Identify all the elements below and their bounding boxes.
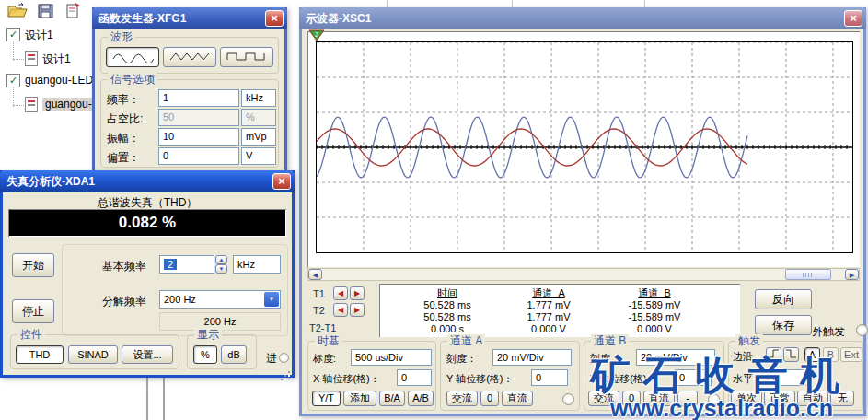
channel-a-zero-button[interactable]: 0 [480, 391, 499, 406]
app-toolbar-strip [0, 0, 868, 7]
scope-plot[interactable] [316, 41, 853, 253]
function-generator-titlebar[interactable]: 函数发生器-XFG1 × [92, 7, 287, 29]
cursor-dt-label: T2-T1 [309, 322, 336, 333]
channel-a-ac-button[interactable]: 交流 [446, 391, 478, 406]
duty-cycle-label: 占空比: [107, 111, 143, 127]
ab-button[interactable]: A/B [408, 391, 434, 406]
chevron-down-icon[interactable]: ▼ [264, 292, 279, 307]
frequency-field[interactable]: 1 [158, 89, 239, 107]
tree-item-guangou[interactable]: guangou-LEDi [25, 74, 96, 87]
sine-wave-button[interactable] [106, 47, 159, 67]
progress-indicator [279, 353, 289, 363]
open-folder-icon[interactable] [7, 3, 28, 19]
tree-item-design1[interactable]: 设计1 [25, 28, 53, 43]
square-wave-button[interactable] [220, 47, 273, 67]
save-icon[interactable] [37, 3, 55, 19]
t1-right-icon[interactable]: ▶ [350, 286, 365, 300]
fundamental-frequency-unit: kHz [233, 255, 281, 274]
amplitude-unit: mVp [241, 128, 276, 146]
design1-sheet-icon[interactable] [25, 51, 38, 66]
duty-cycle-field: 50 [158, 109, 239, 126]
oscilloscope-titlebar[interactable]: 示波器-XSC1 × [299, 7, 866, 29]
sinad-button[interactable]: SINAD [68, 345, 118, 364]
design1-checkbox-icon[interactable]: ✓ [6, 28, 20, 41]
measurement-table: 时间 通道_A 通道_B 50.528 ms 1.777 mV -15.589 … [379, 284, 740, 337]
percent-button[interactable]: % [193, 345, 217, 364]
square-icon [226, 51, 268, 63]
scope-display-panel: 2 [307, 31, 860, 267]
ba-button[interactable]: B/A [379, 391, 405, 406]
timebase-xpos-field[interactable]: 0 [397, 369, 432, 386]
sine-icon [111, 51, 154, 63]
signal-options-group: 信号选项 频率： 1 kHz 占空比: 50 % 振幅： 10 mVp 偏置： … [100, 79, 279, 168]
tree-connector [13, 59, 24, 60]
frequency-spinner[interactable]: ▲ ▼ [215, 255, 227, 274]
channel-a-group: 通道 A 刻度： 20 mV/Div Y 轴位移(格)： 0 交流 0 直流 [440, 341, 580, 411]
add-button[interactable]: 添加 [343, 391, 376, 406]
stop-button[interactable]: 停止 [12, 299, 54, 323]
scroll-left-icon[interactable]: ◀ [308, 269, 322, 280]
trigger-group-label: 触发 [735, 334, 763, 347]
close-icon[interactable]: × [265, 10, 284, 27]
distortion-analyzer-titlebar[interactable]: 失真分析仪-XDA1 × [0, 170, 295, 192]
cursor-marker-icon[interactable]: 2 [308, 29, 325, 41]
sidebar-toolbar [0, 0, 92, 24]
tree-item-design1-sheet[interactable]: 设计1 [42, 52, 71, 67]
spinner-up-icon[interactable]: ▲ [215, 255, 227, 264]
db-button[interactable]: dB [221, 345, 247, 364]
spinner-down-icon[interactable]: ▼ [215, 264, 227, 274]
channel-a-group-label: 通道 A [447, 334, 485, 347]
t1-time: 50.528 ms [401, 299, 493, 310]
toolbar-separator [512, 0, 513, 7]
distortion-analyzer-window: 失真分析仪-XDA1 × 总谐波失真（THD） 0.082 % 开始 停止 基本… [0, 170, 295, 378]
thd-button[interactable]: THD [16, 345, 64, 364]
triangle-wave-button[interactable] [163, 47, 216, 67]
start-button[interactable]: 开始 [12, 253, 54, 277]
t1-left-icon[interactable]: ◀ [333, 286, 348, 300]
function-generator-title: 函数发生器-XFG1 [98, 12, 186, 25]
tree-connector [13, 41, 14, 61]
circuit-wire [146, 378, 148, 420]
display-group-label: 显示 [194, 328, 222, 341]
waveform-plot [317, 42, 852, 252]
channel-a-dc-button[interactable]: 直流 [502, 391, 533, 406]
triangle-icon [168, 51, 211, 63]
selected-value: 2 [164, 259, 177, 270]
resolution-frequency-dropdown[interactable]: 200 Hz ▼ [159, 290, 281, 309]
toolbar-separator [644, 0, 645, 7]
t2-left-icon[interactable]: ◀ [333, 303, 348, 317]
ext-trigger-label: 外触发 [812, 324, 845, 340]
scope-scrollbar[interactable]: ◀ ▶ [307, 268, 860, 281]
dt-time: 0.000 s [401, 323, 493, 334]
fundamental-frequency-label: 基本频率 [102, 259, 146, 274]
close-icon[interactable]: × [272, 173, 291, 190]
channel-a-indicator [562, 393, 574, 405]
channel-a-scale-field[interactable]: 20 mV/Div [492, 349, 572, 366]
multisim-workspace: ✓ 设计1 设计1 ✓ guangou-LEDi guangou-L 示波器-X… [0, 0, 868, 420]
t1-channel-a: 1.777 mV [503, 299, 595, 310]
col-header-time: 时间 [401, 286, 493, 300]
resize-grip[interactable] [288, 371, 290, 373]
close-icon[interactable]: × [844, 10, 862, 27]
guangou-sheet-icon[interactable] [25, 97, 38, 112]
fundamental-frequency-field[interactable]: 2 [159, 255, 214, 274]
resolution-frequency-label: 分解频率 [102, 294, 146, 309]
save-button[interactable]: 保存 [755, 315, 812, 335]
settings-button[interactable]: 设置... [122, 345, 173, 364]
guangou-checkbox-icon[interactable]: ✓ [6, 74, 20, 88]
scroll-right-icon[interactable]: ▶ [845, 269, 859, 280]
yt-button[interactable]: Y/T [312, 391, 341, 406]
resolution-frequency-value: 200 Hz [164, 294, 196, 305]
offset-field[interactable]: 0 [158, 147, 239, 165]
amplitude-field[interactable]: 10 [158, 128, 239, 146]
scrollbar-thumb[interactable] [785, 269, 831, 280]
reverse-button[interactable]: 反向 [755, 289, 812, 309]
signal-options-group-label: 信号选项 [108, 73, 157, 86]
channel-a-scale-label: 刻度： [446, 352, 477, 366]
timebase-scale-field[interactable]: 500 us/Div [351, 349, 432, 366]
new-document-icon[interactable] [64, 3, 81, 19]
circuit-wire [163, 378, 165, 420]
channel-a-ypos-field[interactable]: 0 [531, 369, 568, 386]
t2-right-icon[interactable]: ▶ [350, 303, 365, 317]
t2-channel-b: -15.589 mV [604, 311, 705, 322]
